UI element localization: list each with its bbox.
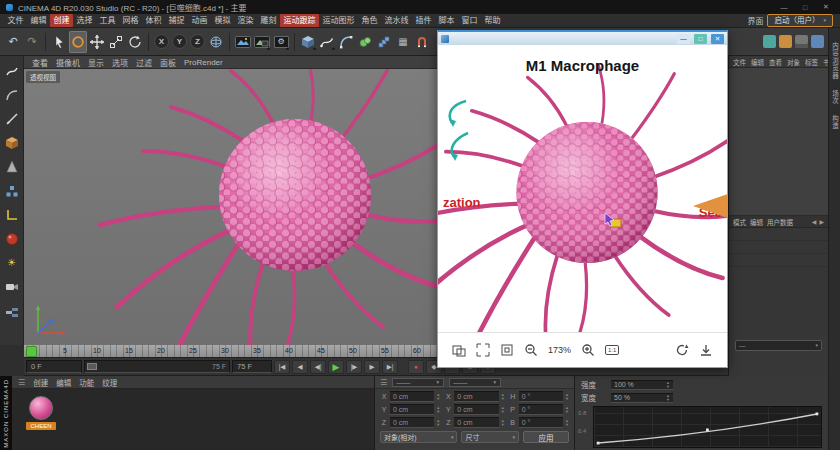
mat-menu-edit[interactable]: 编辑 (56, 377, 71, 388)
y-axis-lock-button[interactable]: Y (172, 34, 187, 49)
frame-image-icon[interactable] (500, 343, 514, 357)
end-frame-field[interactable]: 75 F (232, 360, 272, 373)
menu-mograph[interactable]: 运动图形 (319, 14, 358, 27)
select-tool-button[interactable] (50, 31, 68, 53)
tab-takes[interactable]: 场次 (830, 90, 840, 105)
apply-button[interactable]: 应用 (523, 431, 569, 443)
stepper[interactable]: ▲▼ (501, 393, 505, 401)
download-icon[interactable] (699, 343, 713, 357)
menu-select[interactable]: 选择 (73, 14, 96, 27)
pos-x-field[interactable]: 0 cm (390, 391, 434, 402)
attr-menu-mode[interactable]: 模式 (733, 217, 746, 227)
vp-menu-options[interactable]: 选项 (109, 57, 131, 68)
display-grid-button[interactable]: ▦ (394, 31, 412, 53)
material-tool[interactable] (2, 229, 22, 249)
current-frame-field[interactable]: 0 F (26, 360, 82, 373)
menu-window[interactable]: 窗口 (458, 14, 481, 27)
history-forward-icon[interactable]: ▶ (819, 218, 824, 225)
vp-menu-view[interactable]: 查看 (29, 57, 51, 68)
panel-menu-icon[interactable]: ☰ (380, 378, 387, 387)
minimize-button[interactable]: — (677, 34, 690, 44)
light-tool[interactable]: ☀ (2, 253, 22, 273)
move-tool-button[interactable] (88, 31, 106, 53)
vp-menu-camera[interactable]: 摄像机 (53, 57, 83, 68)
close-window-button[interactable]: ✕ (818, 3, 834, 11)
om-menu-tags[interactable]: 标签 (805, 57, 818, 67)
actual-size-icon[interactable]: 1:1 (605, 345, 619, 355)
tab-content-browser[interactable]: 内容浏览器 (830, 42, 840, 80)
cloner-button[interactable] (375, 31, 393, 53)
floor-tool[interactable] (2, 301, 22, 321)
stepper[interactable]: ▲▼ (436, 419, 440, 427)
size-x-field[interactable]: 0 cm (454, 391, 498, 402)
menu-pipeline[interactable]: 流水线 (381, 14, 412, 27)
freehand-pen-tool[interactable] (2, 61, 22, 81)
width-field[interactable]: 50 %▲▼ (611, 393, 673, 403)
live-selection-button[interactable] (69, 31, 87, 53)
maximize-window-button[interactable]: □ (797, 4, 813, 11)
stepper[interactable]: ▲▼ (666, 381, 670, 389)
viewport-layout-icon[interactable] (811, 35, 824, 48)
rot-h-field[interactable]: 0 ° (519, 391, 563, 402)
vp-menu-filter[interactable]: 过滤 (133, 57, 155, 68)
layout-preset-dropdown[interactable]: 启动（用户） ▾ (767, 14, 833, 27)
workplane-icon[interactable] (779, 35, 792, 48)
om-menu-view[interactable]: 查看 (769, 57, 782, 67)
next-frame-button[interactable]: |▶ (346, 360, 362, 374)
rot-p-field[interactable]: 0 ° (519, 404, 563, 415)
zoom-out-icon[interactable] (524, 343, 538, 357)
goto-start-button[interactable]: |◀ (274, 360, 290, 374)
fit-screen-icon[interactable] (476, 343, 490, 357)
picture-viewer-window[interactable]: — □ ✕ M1 Macrophage zation Sec (437, 30, 728, 368)
om-menu-file[interactable]: 文件 (733, 57, 746, 67)
menu-script[interactable]: 脚本 (435, 14, 458, 27)
panel-menu-icon[interactable]: ☰ (18, 378, 25, 387)
axis-tool[interactable] (2, 205, 22, 225)
menu-render[interactable]: 渲染 (234, 14, 257, 27)
spline-pen-button[interactable] (318, 31, 336, 53)
vp-menu-panel[interactable]: 面板 (157, 57, 179, 68)
render-settings-button[interactable]: ⚙ (272, 31, 290, 53)
prev-key-button[interactable]: ◀ (292, 360, 308, 374)
coordinate-system-button[interactable] (207, 31, 225, 53)
mat-menu-texture[interactable]: 纹理 (102, 377, 117, 388)
menu-simulate[interactable]: 模拟 (211, 14, 234, 27)
menu-snap[interactable]: 捕捉 (165, 14, 188, 27)
range-slider-handle[interactable] (87, 363, 97, 370)
vp-menu-prorender[interactable]: ProRender (181, 58, 226, 67)
attr-menu-edit[interactable]: 编辑 (750, 217, 763, 227)
rotate-image-icon[interactable] (675, 343, 689, 357)
add-cube-button[interactable] (299, 31, 317, 53)
mat-menu-create[interactable]: 创建 (33, 377, 48, 388)
menu-help[interactable]: 帮助 (481, 14, 504, 27)
menu-file[interactable]: 文件 (4, 14, 27, 27)
menu-create[interactable]: 创建 (50, 14, 73, 27)
render-view-button[interactable] (234, 31, 252, 53)
next-key-button[interactable]: ▶ (364, 360, 380, 374)
array-tool[interactable] (2, 181, 22, 201)
interactive-render-icon[interactable] (763, 35, 776, 48)
mat-menu-function[interactable]: 功能 (79, 377, 94, 388)
material-preview-sphere[interactable] (29, 396, 53, 420)
playhead[interactable] (26, 346, 37, 357)
minimize-window-button[interactable]: — (776, 4, 792, 11)
menu-volume[interactable]: 体积 (142, 14, 165, 27)
size-y-field[interactable]: 0 cm (454, 404, 498, 415)
x-axis-lock-button[interactable]: X (154, 34, 169, 49)
size-mode-dropdown[interactable]: 尺寸▾ (461, 431, 519, 443)
stepper[interactable]: ▲▼ (501, 406, 505, 414)
history-back-icon[interactable]: ◀ (812, 218, 817, 225)
snap-magnet-button[interactable] (413, 31, 431, 53)
layer-icon[interactable] (795, 35, 808, 48)
menu-mesh[interactable]: 网格 (119, 14, 142, 27)
coord-header-dropdown-1[interactable]: ——▼ (392, 378, 444, 387)
z-axis-lock-button[interactable]: Z (190, 34, 205, 49)
stepper[interactable]: ▲▼ (436, 393, 440, 401)
render-to-picture-viewer-button[interactable] (253, 31, 271, 53)
goto-end-button[interactable]: ▶| (382, 360, 398, 374)
object-list[interactable] (729, 68, 828, 216)
stepper[interactable]: ▲▼ (501, 419, 505, 427)
menu-plugins[interactable]: 插件 (412, 14, 435, 27)
attr-menu-userdata[interactable]: 用户数据 (767, 217, 793, 227)
maximize-button[interactable]: □ (694, 34, 707, 44)
